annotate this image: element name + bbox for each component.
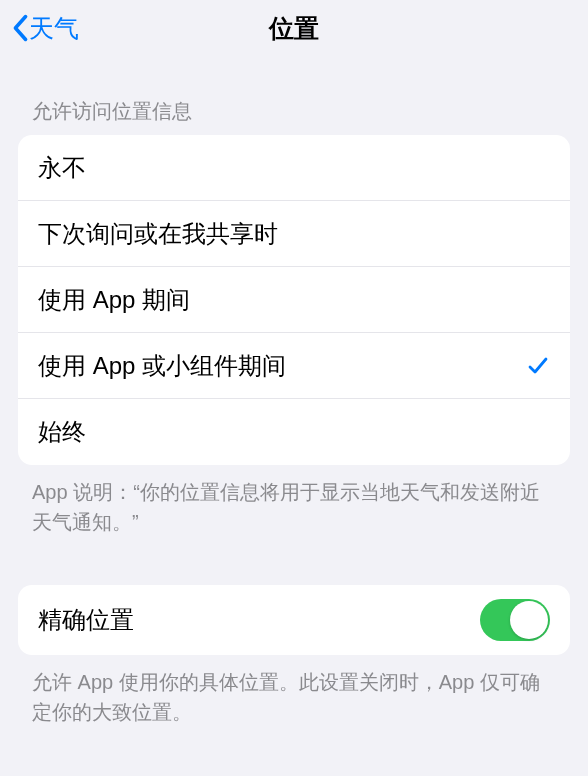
- option-label: 使用 App 或小组件期间: [38, 350, 286, 382]
- precise-location-label: 精确位置: [38, 604, 134, 636]
- toggle-knob: [510, 601, 548, 639]
- option-while-using-app-or-widgets[interactable]: 使用 App 或小组件期间: [18, 333, 570, 399]
- navbar: 天气 位置: [0, 0, 588, 56]
- section-footer-app-explanation: App 说明：“你的位置信息将用于显示当地天气和发送附近天气通知。”: [0, 465, 588, 537]
- location-access-group: 永不 下次询问或在我共享时 使用 App 期间 使用 App 或小组件期间 始终: [18, 135, 570, 465]
- option-label: 始终: [38, 416, 86, 448]
- option-never[interactable]: 永不: [18, 135, 570, 201]
- option-ask-next-time[interactable]: 下次询问或在我共享时: [18, 201, 570, 267]
- option-label: 永不: [38, 152, 86, 184]
- section-footer-precise-location: 允许 App 使用你的具体位置。此设置关闭时，App 仅可确定你的大致位置。: [0, 655, 588, 727]
- chevron-left-icon: [12, 14, 29, 42]
- option-label: 使用 App 期间: [38, 284, 190, 316]
- spacer: [0, 537, 588, 585]
- back-button[interactable]: 天气: [8, 10, 83, 47]
- option-always[interactable]: 始终: [18, 399, 570, 465]
- back-label: 天气: [29, 12, 79, 45]
- page-title: 位置: [0, 12, 588, 45]
- section-header-location-access: 允许访问位置信息: [0, 56, 588, 135]
- option-while-using-app[interactable]: 使用 App 期间: [18, 267, 570, 333]
- precise-location-toggle[interactable]: [480, 599, 550, 641]
- option-label: 下次询问或在我共享时: [38, 218, 278, 250]
- checkmark-icon: [526, 354, 550, 378]
- precise-location-group: 精确位置: [18, 585, 570, 655]
- precise-location-cell: 精确位置: [18, 585, 570, 655]
